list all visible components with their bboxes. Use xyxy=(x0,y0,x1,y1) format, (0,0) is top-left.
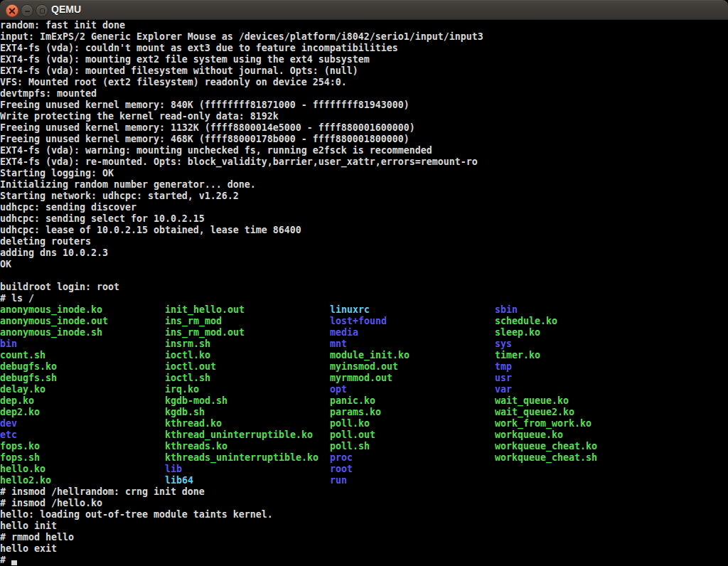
terminal-line: deleting routers xyxy=(0,236,728,247)
minimize-icon xyxy=(25,11,30,12)
ls-entry: workqueue_cheat.ko xyxy=(495,441,597,452)
ls-entry: init_hello.out xyxy=(165,304,245,316)
ls-entry: debugfs.ko xyxy=(0,361,57,373)
ls-row: debugfs.shioctl.shmyrmmod.outusr xyxy=(0,373,728,384)
terminal-line: EXT4-fs (vda): warning: mounting uncheck… xyxy=(0,145,728,156)
minimize-button[interactable] xyxy=(21,4,33,17)
ls-row: anonymous_inode.koinit_hello.outlinuxrcs… xyxy=(0,304,728,316)
ls-row: hello2.kolib64run xyxy=(0,475,728,486)
close-button[interactable] xyxy=(6,4,18,17)
ls-entry: debugfs.sh xyxy=(0,373,57,384)
maximize-icon xyxy=(40,9,45,14)
titlebar[interactable]: QEMU xyxy=(0,0,728,20)
terminal-line: Starting logging: OK xyxy=(0,168,728,179)
ls-entry: mnt xyxy=(330,338,347,350)
ls-entry: proc xyxy=(330,452,353,464)
qemu-window: QEMU random: fast init doneinput: ImExPS… xyxy=(0,0,728,566)
terminal-line: hello exit xyxy=(0,543,728,555)
ls-entry: root xyxy=(330,464,353,475)
ls-entry: etc xyxy=(0,429,17,441)
ls-entry: sbin xyxy=(495,304,518,316)
ls-entry: sys xyxy=(495,338,512,350)
terminal-line: Freeing unused kernel memory: 840K (ffff… xyxy=(0,100,728,111)
ls-entry: var xyxy=(495,384,512,395)
ls-entry: ins_rm_mod xyxy=(165,316,222,327)
ls-row: devkthread.kopoll.kowork_from_work.ko xyxy=(0,418,728,429)
ls-entry: dev xyxy=(0,418,17,429)
ls-entry: work_from_work.ko xyxy=(495,418,592,429)
terminal-line: VFS: Mounted root (ext2 filesystem) read… xyxy=(0,77,728,88)
terminal-line: adding dns 10.0.2.3 xyxy=(0,247,728,259)
ls-entry: count.sh xyxy=(0,350,46,361)
ls-entry: run xyxy=(330,475,347,486)
ls-entry: panic.ko xyxy=(330,395,375,407)
terminal-line: # ls / xyxy=(0,293,728,304)
ls-entry: myrmmod.out xyxy=(330,373,392,384)
terminal-line: udhcpc: lease of 10.0.2.15 obtained, lea… xyxy=(0,225,728,236)
terminal-line: input: ImExPS/2 Generic Explorer Mouse a… xyxy=(0,31,728,43)
close-icon xyxy=(9,8,15,14)
ls-row: hello.kolibroot xyxy=(0,464,728,475)
ls-entry: linuxrc xyxy=(330,304,370,316)
ls-entry: hello.ko xyxy=(0,464,46,475)
terminal-line: buildroot login: root xyxy=(0,282,728,293)
ls-row: bininsrm.shmntsys xyxy=(0,338,728,350)
ls-row: etckthread_uninterruptible.kopoll.outwor… xyxy=(0,429,728,441)
ls-entry: params.ko xyxy=(330,407,381,418)
maximize-button[interactable] xyxy=(36,4,48,17)
terminal-line: random: fast init done xyxy=(0,20,728,31)
ls-entry: media xyxy=(330,327,358,338)
ls-row: fops.kokthreads.kopoll.shworkqueue_cheat… xyxy=(0,441,728,452)
ls-entry: ioctl.ko xyxy=(165,350,210,361)
ls-entry: wait_queue.ko xyxy=(495,395,569,407)
terminal-screen[interactable]: random: fast init doneinput: ImExPS/2 Ge… xyxy=(0,20,728,566)
terminal-line: Freeing unused kernel memory: 468K (ffff… xyxy=(0,134,728,145)
ls-entry: ioctl.out xyxy=(165,361,216,373)
ls-entry: insrm.sh xyxy=(165,338,210,350)
ls-entry: hello2.ko xyxy=(0,475,51,486)
terminal-line: # rmmod hello xyxy=(0,532,728,543)
terminal-line: EXT4-fs (vda): mounted filesystem withou… xyxy=(0,65,728,77)
ls-entry: anonymous_inode.sh xyxy=(0,327,102,338)
terminal-line: # insmod /hellrandom: crng init done xyxy=(0,486,728,498)
ls-entry: schedule.ko xyxy=(495,316,557,327)
ls-entry: dep.ko xyxy=(0,395,34,407)
ls-entry: workqueue_cheat.sh xyxy=(495,452,597,464)
ls-row: anonymous_inode.outins_rm_modlost+founds… xyxy=(0,316,728,327)
ls-entry: ins_rm_mod.out xyxy=(165,327,245,338)
cursor xyxy=(11,555,17,566)
ls-entry: opt xyxy=(330,384,347,395)
ls-entry: kgdb.sh xyxy=(165,407,205,418)
ls-entry: lib xyxy=(165,464,182,475)
ls-entry: tmp xyxy=(495,361,512,373)
ls-entry: usr xyxy=(495,373,512,384)
window-title: QEMU xyxy=(51,0,81,20)
ls-entry: anonymous_inode.out xyxy=(0,316,108,327)
ls-row: dep.kokgdb-mod.shpanic.kowait_queue.ko xyxy=(0,395,728,407)
prompt-line: # xyxy=(0,555,728,566)
ls-entry: irq.ko xyxy=(165,384,199,395)
ls-entry: poll.sh xyxy=(330,441,370,452)
ls-entry: poll.out xyxy=(330,429,375,441)
ls-entry: bin xyxy=(0,338,17,350)
ls-entry: myinsmod.out xyxy=(330,361,398,373)
ls-entry: wait_queue2.ko xyxy=(495,407,574,418)
ls-entry: ioctl.sh xyxy=(165,373,210,384)
terminal-line: Initializing random number generator... … xyxy=(0,179,728,191)
terminal-line: udhcpc: sending select for 10.0.2.15 xyxy=(0,213,728,225)
ls-entry: anonymous_inode.ko xyxy=(0,304,102,316)
terminal-line: hello: loading out-of-tree module taints… xyxy=(0,509,728,520)
ls-entry: dep2.ko xyxy=(0,407,40,418)
terminal-line: EXT4-fs (vda): re-mounted. Opts: block_v… xyxy=(0,156,728,168)
ls-entry: workqueue.ko xyxy=(495,429,563,441)
ls-entry: lib64 xyxy=(165,475,193,486)
ls-row: delay.koirq.kooptvar xyxy=(0,384,728,395)
ls-row: dep2.kokgdb.shparams.kowait_queue2.ko xyxy=(0,407,728,418)
ls-entry: fops.sh xyxy=(0,452,40,464)
ls-entry: timer.ko xyxy=(495,350,540,361)
terminal-line: devtmpfs: mounted xyxy=(0,88,728,100)
terminal-line: # insmod /hello.ko xyxy=(0,498,728,509)
terminal-line: hello init xyxy=(0,520,728,532)
ls-entry: kthreads_uninterruptible.ko xyxy=(165,452,318,464)
ls-entry: fops.ko xyxy=(0,441,40,452)
